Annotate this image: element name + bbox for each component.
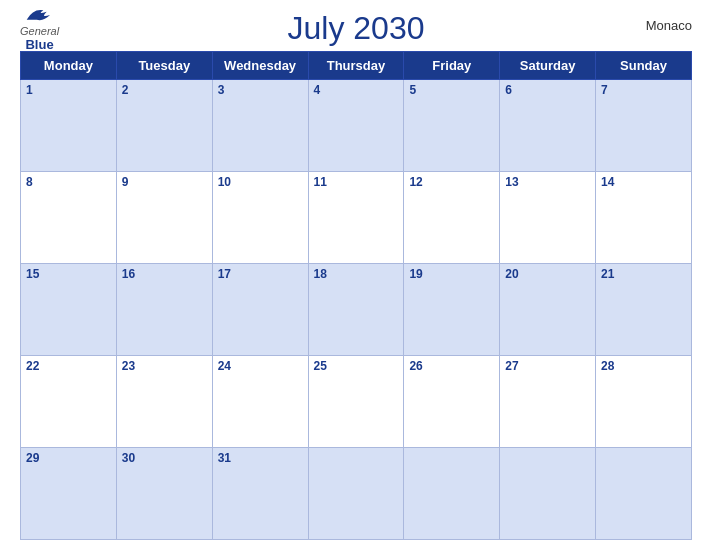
day-number: 12	[409, 175, 422, 189]
day-number: 27	[505, 359, 518, 373]
day-number: 9	[122, 175, 129, 189]
calendar-day-cell: 9	[116, 172, 212, 264]
weekday-header-row: Monday Tuesday Wednesday Thursday Friday…	[21, 52, 692, 80]
header-thursday: Thursday	[308, 52, 404, 80]
calendar-day-cell: 10	[212, 172, 308, 264]
calendar-day-cell: 22	[21, 356, 117, 448]
calendar-day-cell: 3	[212, 80, 308, 172]
header-wednesday: Wednesday	[212, 52, 308, 80]
day-number: 3	[218, 83, 225, 97]
calendar-day-cell: 12	[404, 172, 500, 264]
calendar-header: General Blue July 2030 Monaco	[20, 10, 692, 47]
calendar-day-cell: 11	[308, 172, 404, 264]
calendar-day-cell: 8	[21, 172, 117, 264]
calendar-day-cell: 15	[21, 264, 117, 356]
day-number: 7	[601, 83, 608, 97]
calendar-day-cell: 31	[212, 448, 308, 540]
day-number: 5	[409, 83, 416, 97]
region-label: Monaco	[646, 18, 692, 33]
day-number: 4	[314, 83, 321, 97]
calendar-title: July 2030	[288, 10, 425, 47]
day-number: 24	[218, 359, 231, 373]
day-number: 16	[122, 267, 135, 281]
calendar-week-row: 22232425262728	[21, 356, 692, 448]
day-number: 6	[505, 83, 512, 97]
calendar-day-cell: 16	[116, 264, 212, 356]
calendar-day-cell: 28	[596, 356, 692, 448]
calendar-day-cell	[308, 448, 404, 540]
calendar-day-cell: 19	[404, 264, 500, 356]
calendar-day-cell: 30	[116, 448, 212, 540]
header-tuesday: Tuesday	[116, 52, 212, 80]
day-number: 8	[26, 175, 33, 189]
day-number: 31	[218, 451, 231, 465]
calendar-day-cell: 6	[500, 80, 596, 172]
day-number: 30	[122, 451, 135, 465]
day-number: 18	[314, 267, 327, 281]
header-monday: Monday	[21, 52, 117, 80]
day-number: 17	[218, 267, 231, 281]
calendar-day-cell: 29	[21, 448, 117, 540]
calendar-day-cell: 7	[596, 80, 692, 172]
calendar-day-cell: 4	[308, 80, 404, 172]
day-number: 19	[409, 267, 422, 281]
calendar-body: 1234567891011121314151617181920212223242…	[21, 80, 692, 540]
day-number: 13	[505, 175, 518, 189]
logo-bird-icon	[22, 5, 58, 25]
calendar-day-cell	[404, 448, 500, 540]
day-number: 22	[26, 359, 39, 373]
calendar-day-cell: 2	[116, 80, 212, 172]
calendar-day-cell: 27	[500, 356, 596, 448]
calendar-day-cell: 25	[308, 356, 404, 448]
calendar-week-row: 15161718192021	[21, 264, 692, 356]
header-sunday: Sunday	[596, 52, 692, 80]
generalblue-logo: General Blue	[20, 5, 59, 52]
header-saturday: Saturday	[500, 52, 596, 80]
calendar-day-cell: 17	[212, 264, 308, 356]
calendar-week-row: 1234567	[21, 80, 692, 172]
calendar-day-cell: 5	[404, 80, 500, 172]
calendar-day-cell: 1	[21, 80, 117, 172]
day-number: 15	[26, 267, 39, 281]
day-number: 23	[122, 359, 135, 373]
calendar-day-cell	[596, 448, 692, 540]
day-number: 1	[26, 83, 33, 97]
logo-general-text: General	[20, 25, 59, 37]
calendar-day-cell	[500, 448, 596, 540]
day-number: 20	[505, 267, 518, 281]
day-number: 26	[409, 359, 422, 373]
calendar-week-row: 293031	[21, 448, 692, 540]
calendar-day-cell: 13	[500, 172, 596, 264]
calendar-day-cell: 23	[116, 356, 212, 448]
calendar-day-cell: 20	[500, 264, 596, 356]
day-number: 11	[314, 175, 327, 189]
day-number: 28	[601, 359, 614, 373]
day-number: 25	[314, 359, 327, 373]
calendar-day-cell: 26	[404, 356, 500, 448]
day-number: 21	[601, 267, 614, 281]
day-number: 14	[601, 175, 614, 189]
calendar-table: Monday Tuesday Wednesday Thursday Friday…	[20, 51, 692, 540]
calendar-week-row: 891011121314	[21, 172, 692, 264]
calendar-day-cell: 21	[596, 264, 692, 356]
calendar-day-cell: 24	[212, 356, 308, 448]
logo-blue-text: Blue	[25, 37, 53, 52]
header-friday: Friday	[404, 52, 500, 80]
day-number: 10	[218, 175, 231, 189]
calendar-day-cell: 18	[308, 264, 404, 356]
calendar-day-cell: 14	[596, 172, 692, 264]
day-number: 2	[122, 83, 129, 97]
day-number: 29	[26, 451, 39, 465]
